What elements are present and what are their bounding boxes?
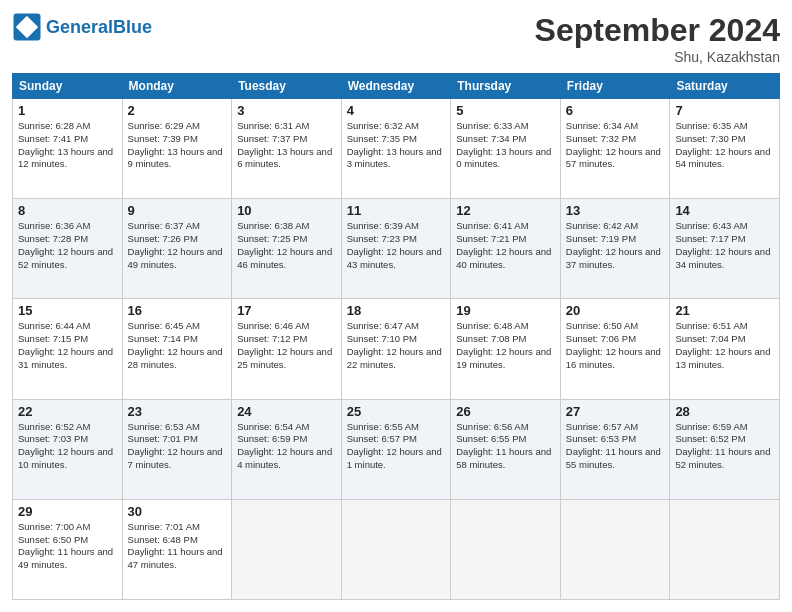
location-subtitle: Shu, Kazakhstan bbox=[535, 49, 780, 65]
day-info: Sunrise: 6:28 AM Sunset: 7:41 PM Dayligh… bbox=[18, 120, 117, 171]
day-number: 20 bbox=[566, 303, 665, 318]
sunrise-label: Sunrise: 6:43 AM bbox=[675, 220, 747, 231]
title-block: September 2024 Shu, Kazakhstan bbox=[535, 12, 780, 65]
sunset-label: Sunset: 7:30 PM bbox=[675, 133, 745, 144]
page: GeneralBlue September 2024 Shu, Kazakhst… bbox=[0, 0, 792, 612]
header: GeneralBlue September 2024 Shu, Kazakhst… bbox=[12, 12, 780, 65]
month-title: September 2024 bbox=[535, 12, 780, 49]
day-number: 17 bbox=[237, 303, 336, 318]
logo-text: GeneralBlue bbox=[46, 18, 152, 36]
table-row: 5 Sunrise: 6:33 AM Sunset: 7:34 PM Dayli… bbox=[451, 99, 561, 199]
table-row: 2 Sunrise: 6:29 AM Sunset: 7:39 PM Dayli… bbox=[122, 99, 232, 199]
table-row: 17 Sunrise: 6:46 AM Sunset: 7:12 PM Dayl… bbox=[232, 299, 342, 399]
table-row: 4 Sunrise: 6:32 AM Sunset: 7:35 PM Dayli… bbox=[341, 99, 451, 199]
daylight-label: Daylight: 12 hours and 49 minutes. bbox=[128, 246, 223, 270]
daylight-label: Daylight: 12 hours and 37 minutes. bbox=[566, 246, 661, 270]
daylight-label: Daylight: 11 hours and 49 minutes. bbox=[18, 546, 113, 570]
daylight-label: Daylight: 12 hours and 4 minutes. bbox=[237, 446, 332, 470]
daylight-label: Daylight: 11 hours and 52 minutes. bbox=[675, 446, 770, 470]
sunset-label: Sunset: 7:15 PM bbox=[18, 333, 88, 344]
sunset-label: Sunset: 7:17 PM bbox=[675, 233, 745, 244]
day-number: 30 bbox=[128, 504, 227, 519]
day-info: Sunrise: 6:29 AM Sunset: 7:39 PM Dayligh… bbox=[128, 120, 227, 171]
day-info: Sunrise: 6:43 AM Sunset: 7:17 PM Dayligh… bbox=[675, 220, 774, 271]
table-row: 3 Sunrise: 6:31 AM Sunset: 7:37 PM Dayli… bbox=[232, 99, 342, 199]
day-info: Sunrise: 6:37 AM Sunset: 7:26 PM Dayligh… bbox=[128, 220, 227, 271]
sunset-label: Sunset: 6:53 PM bbox=[566, 433, 636, 444]
table-row: 14 Sunrise: 6:43 AM Sunset: 7:17 PM Dayl… bbox=[670, 199, 780, 299]
day-number: 7 bbox=[675, 103, 774, 118]
table-row: 22 Sunrise: 6:52 AM Sunset: 7:03 PM Dayl… bbox=[13, 399, 123, 499]
sunrise-label: Sunrise: 6:29 AM bbox=[128, 120, 200, 131]
day-number: 16 bbox=[128, 303, 227, 318]
day-info: Sunrise: 6:55 AM Sunset: 6:57 PM Dayligh… bbox=[347, 421, 446, 472]
day-number: 8 bbox=[18, 203, 117, 218]
calendar-week-row: 22 Sunrise: 6:52 AM Sunset: 7:03 PM Dayl… bbox=[13, 399, 780, 499]
daylight-label: Daylight: 13 hours and 9 minutes. bbox=[128, 146, 223, 170]
sunrise-label: Sunrise: 6:36 AM bbox=[18, 220, 90, 231]
table-row: 6 Sunrise: 6:34 AM Sunset: 7:32 PM Dayli… bbox=[560, 99, 670, 199]
day-number: 15 bbox=[18, 303, 117, 318]
table-row: 7 Sunrise: 6:35 AM Sunset: 7:30 PM Dayli… bbox=[670, 99, 780, 199]
table-row: 29 Sunrise: 7:00 AM Sunset: 6:50 PM Dayl… bbox=[13, 499, 123, 599]
day-info: Sunrise: 6:51 AM Sunset: 7:04 PM Dayligh… bbox=[675, 320, 774, 371]
table-row: 11 Sunrise: 6:39 AM Sunset: 7:23 PM Dayl… bbox=[341, 199, 451, 299]
table-row: 1 Sunrise: 6:28 AM Sunset: 7:41 PM Dayli… bbox=[13, 99, 123, 199]
day-info: Sunrise: 6:46 AM Sunset: 7:12 PM Dayligh… bbox=[237, 320, 336, 371]
table-row: 25 Sunrise: 6:55 AM Sunset: 6:57 PM Dayl… bbox=[341, 399, 451, 499]
sunrise-label: Sunrise: 6:54 AM bbox=[237, 421, 309, 432]
logo-icon bbox=[12, 12, 42, 42]
sunrise-label: Sunrise: 6:48 AM bbox=[456, 320, 528, 331]
sunrise-label: Sunrise: 6:42 AM bbox=[566, 220, 638, 231]
daylight-label: Daylight: 12 hours and 13 minutes. bbox=[675, 346, 770, 370]
day-info: Sunrise: 6:34 AM Sunset: 7:32 PM Dayligh… bbox=[566, 120, 665, 171]
daylight-label: Daylight: 12 hours and 22 minutes. bbox=[347, 346, 442, 370]
sunset-label: Sunset: 7:32 PM bbox=[566, 133, 636, 144]
sunset-label: Sunset: 7:35 PM bbox=[347, 133, 417, 144]
day-number: 14 bbox=[675, 203, 774, 218]
daylight-label: Daylight: 12 hours and 25 minutes. bbox=[237, 346, 332, 370]
sunset-label: Sunset: 7:12 PM bbox=[237, 333, 307, 344]
calendar-header-row: Sunday Monday Tuesday Wednesday Thursday… bbox=[13, 74, 780, 99]
day-info: Sunrise: 6:56 AM Sunset: 6:55 PM Dayligh… bbox=[456, 421, 555, 472]
table-row bbox=[341, 499, 451, 599]
day-number: 12 bbox=[456, 203, 555, 218]
sunset-label: Sunset: 7:10 PM bbox=[347, 333, 417, 344]
daylight-label: Daylight: 12 hours and 34 minutes. bbox=[675, 246, 770, 270]
day-info: Sunrise: 7:01 AM Sunset: 6:48 PM Dayligh… bbox=[128, 521, 227, 572]
day-info: Sunrise: 6:53 AM Sunset: 7:01 PM Dayligh… bbox=[128, 421, 227, 472]
table-row: 12 Sunrise: 6:41 AM Sunset: 7:21 PM Dayl… bbox=[451, 199, 561, 299]
day-info: Sunrise: 6:54 AM Sunset: 6:59 PM Dayligh… bbox=[237, 421, 336, 472]
sunrise-label: Sunrise: 6:34 AM bbox=[566, 120, 638, 131]
calendar-week-row: 8 Sunrise: 6:36 AM Sunset: 7:28 PM Dayli… bbox=[13, 199, 780, 299]
table-row bbox=[451, 499, 561, 599]
table-row bbox=[232, 499, 342, 599]
calendar-week-row: 1 Sunrise: 6:28 AM Sunset: 7:41 PM Dayli… bbox=[13, 99, 780, 199]
table-row: 26 Sunrise: 6:56 AM Sunset: 6:55 PM Dayl… bbox=[451, 399, 561, 499]
day-info: Sunrise: 6:50 AM Sunset: 7:06 PM Dayligh… bbox=[566, 320, 665, 371]
col-sunday: Sunday bbox=[13, 74, 123, 99]
table-row: 9 Sunrise: 6:37 AM Sunset: 7:26 PM Dayli… bbox=[122, 199, 232, 299]
sunset-label: Sunset: 7:03 PM bbox=[18, 433, 88, 444]
sunset-label: Sunset: 7:37 PM bbox=[237, 133, 307, 144]
day-number: 27 bbox=[566, 404, 665, 419]
daylight-label: Daylight: 11 hours and 55 minutes. bbox=[566, 446, 661, 470]
sunset-label: Sunset: 7:21 PM bbox=[456, 233, 526, 244]
sunset-label: Sunset: 7:39 PM bbox=[128, 133, 198, 144]
calendar-week-row: 29 Sunrise: 7:00 AM Sunset: 6:50 PM Dayl… bbox=[13, 499, 780, 599]
sunset-label: Sunset: 6:48 PM bbox=[128, 534, 198, 545]
sunrise-label: Sunrise: 6:51 AM bbox=[675, 320, 747, 331]
sunrise-label: Sunrise: 6:56 AM bbox=[456, 421, 528, 432]
day-number: 29 bbox=[18, 504, 117, 519]
table-row: 27 Sunrise: 6:57 AM Sunset: 6:53 PM Dayl… bbox=[560, 399, 670, 499]
daylight-label: Daylight: 12 hours and 40 minutes. bbox=[456, 246, 551, 270]
sunrise-label: Sunrise: 6:28 AM bbox=[18, 120, 90, 131]
daylight-label: Daylight: 12 hours and 1 minute. bbox=[347, 446, 442, 470]
day-number: 23 bbox=[128, 404, 227, 419]
sunset-label: Sunset: 7:25 PM bbox=[237, 233, 307, 244]
sunset-label: Sunset: 7:28 PM bbox=[18, 233, 88, 244]
logo-general: General bbox=[46, 17, 113, 37]
daylight-label: Daylight: 13 hours and 3 minutes. bbox=[347, 146, 442, 170]
day-number: 11 bbox=[347, 203, 446, 218]
sunset-label: Sunset: 7:08 PM bbox=[456, 333, 526, 344]
